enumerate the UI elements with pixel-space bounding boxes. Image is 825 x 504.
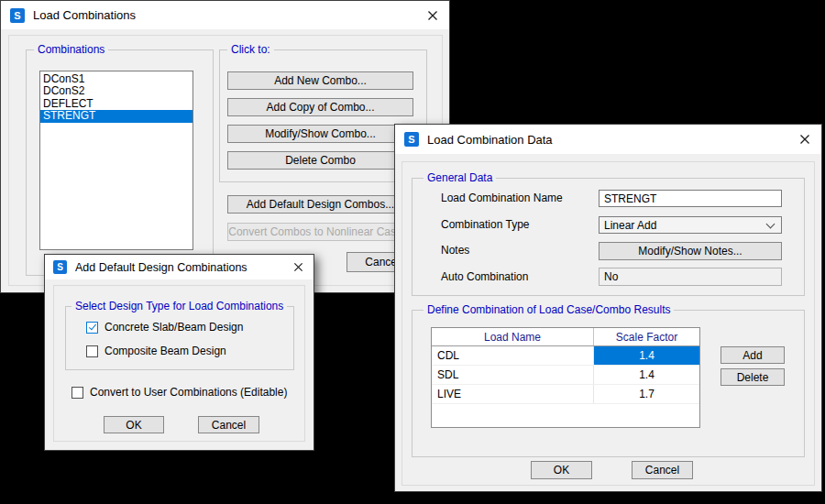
add-copy-of-combo-button[interactable]: Add Copy of Combo... [227,98,413,116]
add-default-design-combos-button[interactable]: Add Default Design Combos... [227,195,413,214]
scale-factor-cell[interactable]: 1.4 [594,346,699,365]
scale-factor-cell[interactable]: 1.7 [594,385,699,403]
load-combination-name-label: Load Combination Name [441,192,563,204]
close-icon[interactable] [798,132,812,147]
checkbox-icon[interactable] [86,322,98,334]
scale-factor-header: Scale Factor [594,328,699,345]
window-title: Add Default Design Combinations [75,261,248,274]
scale-factor-cell[interactable]: 1.4 [594,366,699,384]
ok-button[interactable]: OK [104,416,164,433]
modify-show-combo-button[interactable]: Modify/Show Combo... [227,125,413,143]
table-row[interactable]: SDL1.4 [432,366,699,385]
design-type-checkbox-row[interactable]: Concrete Slab/Beam Design [86,321,243,334]
combination-type-select[interactable]: Linear Add [599,216,782,234]
define-combination-label: Define Combination of Load Case/Combo Re… [424,303,674,316]
load-case-table[interactable]: Load Name Scale Factor CDL1.4SDL1.4LIVE1… [431,327,700,428]
load-combination-name-input[interactable]: STRENGT [599,190,782,207]
load-combination-name-value: STRENGT [604,192,656,205]
app-icon: S [404,132,419,147]
modify-show-notes-button[interactable]: Modify/Show Notes... [599,242,782,260]
add-default-design-titlebar[interactable]: S Add Default Design Combinations [45,255,314,279]
app-icon: S [10,8,25,23]
convert-combos-nonlinear-button: Convert Combos to Nonlinear Cases... [227,223,418,241]
checkbox-icon[interactable] [72,387,83,399]
load-name-header: Load Name [432,328,594,345]
app-icon: S [53,260,67,274]
cancel-button[interactable]: Cancel [632,461,693,479]
convert-to-user-combinations-checkbox-row[interactable]: Convert to User Combinations (Editable) [72,386,287,399]
add-new-combo-button[interactable]: Add New Combo... [227,71,413,90]
add-default-design-combinations-dialog: S Add Default Design Combinations Select… [44,254,314,451]
auto-combination-field: No [599,268,782,286]
checkbox-label: Composite Beam Design [104,345,226,357]
add-row-button[interactable]: Add [720,346,785,364]
load-combination-data-dialog: S Load Combination Data General Data Loa… [394,124,822,492]
combination-type-value: Linear Add [604,219,656,232]
combinations-list[interactable]: DConS1DConS2DEFLECTSTRENGT [39,71,193,250]
load-combinations-dialog: S Load Combinations Combinations DConS1D… [0,0,450,293]
table-header-row: Load Name Scale Factor [432,328,699,346]
load-combinations-titlebar[interactable]: S Load Combinations [1,1,449,29]
auto-combination-label: Auto Combination [441,270,528,283]
delete-combo-button[interactable]: Delete Combo [227,151,413,170]
list-item[interactable]: DConS1 [40,73,192,85]
auto-combination-value: No [604,270,618,283]
window-title: Load Combination Data [427,133,553,147]
close-icon[interactable] [291,260,305,275]
load-name-cell[interactable]: LIVE [432,385,594,403]
notes-label: Notes [441,244,469,257]
cancel-button[interactable]: Cancel [198,416,259,433]
list-item[interactable]: DConS2 [40,85,192,97]
close-icon[interactable] [425,8,440,23]
list-item[interactable]: DEFLECT [40,98,192,110]
combinations-group-label: Combinations [34,43,108,56]
click-to-label: Click to: [227,43,274,56]
checkbox-icon[interactable] [86,345,98,357]
table-row[interactable]: CDL1.4 [432,346,699,366]
chevron-down-icon [766,219,776,228]
table-row[interactable]: LIVE1.7 [432,385,699,404]
load-name-cell[interactable]: CDL [432,346,594,365]
design-type-group-label: Select Design Type for Load Combinations [72,300,287,312]
checkbox-label: Convert to User Combinations (Editable) [90,386,287,399]
general-data-label: General Data [424,171,496,184]
design-type-group: Select Design Type for Load Combinations… [65,306,294,370]
ok-button[interactable]: OK [531,461,592,479]
load-name-cell[interactable]: SDL [432,366,594,384]
design-type-checkbox-row[interactable]: Composite Beam Design [86,345,226,357]
load-combination-data-titlebar[interactable]: S Load Combination Data [395,125,821,154]
list-item[interactable]: STRENGT [40,110,192,122]
table-body: CDL1.4SDL1.4LIVE1.7 [432,346,699,404]
window-title: Load Combinations [33,8,136,22]
checkbox-label: Concrete Slab/Beam Design [104,321,243,334]
delete-row-button[interactable]: Delete [720,368,785,386]
combination-type-label: Combination Type [441,218,530,231]
